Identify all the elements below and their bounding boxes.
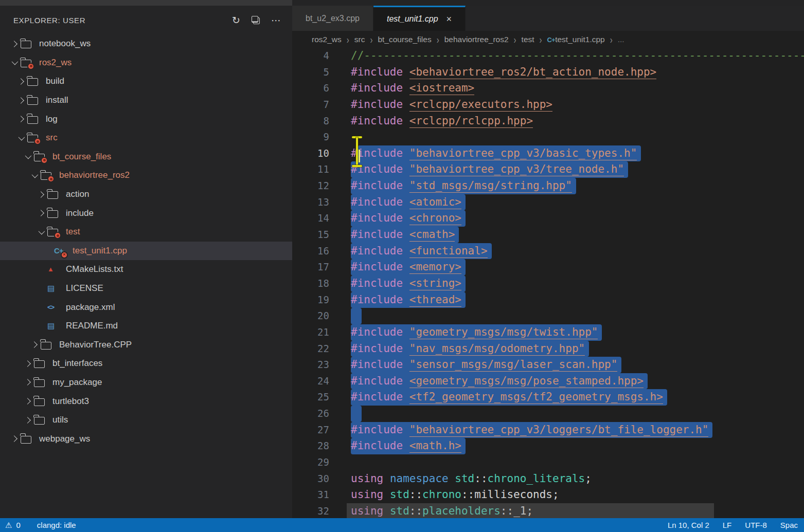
code-line-6[interactable]: 6#include <iostream>: [292, 80, 804, 97]
breadcrumb-item[interactable]: bt_course_files: [378, 35, 431, 44]
tab-bar: bt_u2_ex3.cpptest_unit1.cpp×: [292, 6, 804, 31]
code-line-30[interactable]: 30using namespace std::chrono_literals;: [292, 471, 804, 487]
warning-count[interactable]: 0: [16, 521, 20, 529]
line-number: 22: [292, 341, 329, 357]
more-actions-icon[interactable]: ⋯: [271, 15, 281, 25]
line-number: 10: [292, 145, 329, 162]
tree-item-build[interactable]: build: [0, 72, 292, 91]
tree-item-label: include: [66, 208, 94, 218]
tree-item-ros2-ws[interactable]: ros2_ws: [0, 53, 292, 72]
tree-item-cmakelists-txt[interactable]: ▲CMakeLists.txt: [0, 260, 292, 279]
tab-bt-u2-ex3-cpp[interactable]: bt_u2_ex3.cpp: [292, 6, 373, 31]
line-number: 7: [292, 97, 329, 113]
tree-item-package-xml[interactable]: <>package.xml: [0, 298, 292, 317]
tree-item-label: CMakeLists.txt: [66, 264, 123, 274]
tree-item-action[interactable]: action: [0, 185, 292, 204]
chevron-right-icon: [24, 379, 31, 386]
tree-item-include[interactable]: include: [0, 204, 292, 223]
tree-item-src[interactable]: src: [0, 129, 292, 148]
line-number: 15: [292, 227, 329, 243]
breadcrumb-item[interactable]: ros2_ws: [312, 35, 342, 44]
folder-icon: [21, 41, 31, 48]
tree-item-webpage-ws[interactable]: webpage_ws: [0, 429, 292, 448]
tree-item-test[interactable]: test: [0, 223, 292, 242]
tab-test-unit1-cpp[interactable]: test_unit1.cpp×: [373, 6, 466, 31]
folder-icon: [21, 436, 31, 444]
code-line-18[interactable]: 18#include <string>: [292, 276, 804, 292]
close-icon[interactable]: ×: [446, 14, 452, 25]
text-caret: [359, 150, 360, 162]
horizontal-scrollbar[interactable]: [347, 503, 714, 518]
tree-item-behaviortree-ros2[interactable]: behaviortree_ros2: [0, 166, 292, 185]
status-item-ln-10-col-2[interactable]: Ln 10, Col 2: [668, 521, 709, 529]
tree-item-label: test: [66, 227, 80, 237]
code-line-8[interactable]: 8#include <rclcpp/rclcpp.hpp>: [292, 113, 804, 130]
breadcrumb-item[interactable]: C+ test_unit1.cpp: [547, 35, 605, 44]
tree-item-label: test_unit1.cpp: [73, 246, 127, 256]
tree-item-bt-interfaces[interactable]: bt_interfaces: [0, 354, 292, 373]
tree-item-bt-course-files[interactable]: bt_course_files: [0, 148, 292, 167]
code-line-21[interactable]: 21#include "geometry_msgs/msg/twist.hpp": [292, 324, 804, 341]
line-number: 25: [292, 389, 329, 406]
breadcrumb-item[interactable]: src: [354, 35, 365, 44]
chevron-down-icon: [31, 172, 38, 178]
status-item-lf[interactable]: LF: [723, 521, 732, 529]
line-number: 9: [292, 129, 329, 145]
tree-item-readme-md[interactable]: ▤README.md: [0, 317, 292, 336]
code-line-14[interactable]: 14#include <chrono>: [292, 210, 804, 227]
code-line-12[interactable]: 12#include "std_msgs/msg/string.hpp": [292, 178, 804, 194]
selection-highlight: [351, 308, 362, 324]
tree-item-label: build: [46, 76, 64, 86]
breadcrumb-item[interactable]: behaviortree_ros2: [444, 35, 509, 44]
breadcrumb-separator-icon: ›: [514, 33, 516, 45]
code-line-10[interactable]: 10#include "behaviortree_cpp_v3/basic_ty…: [292, 145, 804, 162]
code-line-7[interactable]: 7#include <rclcpp/executors.hpp>: [292, 97, 804, 113]
status-item-spac[interactable]: Spac: [780, 521, 798, 529]
code-line-16[interactable]: 16#include <functional>: [292, 243, 804, 260]
code-line-13[interactable]: 13#include <atomic>: [292, 194, 804, 211]
clangd-status[interactable]: clangd: idle: [37, 521, 76, 529]
collapse-folders-icon[interactable]: [252, 16, 260, 24]
code-line-22[interactable]: 22#include "nav_msgs/msg/odometry.hpp": [292, 341, 804, 357]
tree-item-notebook-ws[interactable]: notebook_ws: [0, 34, 292, 53]
code-line-25[interactable]: 25#include <tf2_geometry_msgs/tf2_geomet…: [292, 389, 804, 406]
breadcrumb-item[interactable]: ...: [618, 35, 624, 44]
code-line-28[interactable]: 28#include <math.h>: [292, 438, 804, 454]
code-line-31[interactable]: 31using std::chrono::milliseconds;: [292, 487, 804, 503]
code-line-23[interactable]: 23#include "sensor_msgs/msg/laser_scan.h…: [292, 357, 804, 373]
folder-icon: [41, 342, 51, 350]
code-editor[interactable]: 4//-------------------------------------…: [292, 48, 804, 518]
code-line-9[interactable]: 9: [292, 129, 804, 145]
chevron-right-icon: [24, 398, 31, 405]
tree-item-turtlebot3[interactable]: turtlebot3: [0, 392, 292, 411]
explorer-title: EXPLORER: USER: [13, 16, 85, 25]
code-line-17[interactable]: 17#include <memory>: [292, 259, 804, 276]
tree-item-test-unit1-cpp[interactable]: C+×test_unit1.cpp: [0, 242, 292, 261]
tree-item-label: bt_course_files: [52, 152, 111, 162]
code-line-24[interactable]: 24#include <geometry_msgs/msg/pose_stamp…: [292, 373, 804, 390]
code-line-20[interactable]: 20: [292, 308, 804, 324]
tree-item-utils[interactable]: utils: [0, 411, 292, 430]
tree-item-install[interactable]: install: [0, 91, 292, 110]
code-line-29[interactable]: 29: [292, 454, 804, 471]
tree-item-behaviortree-cpp[interactable]: BehaviorTree.CPP: [0, 336, 292, 355]
warning-icon[interactable]: ⚠: [5, 521, 12, 530]
code-line-19[interactable]: 19#include <thread>: [292, 292, 804, 308]
code-line-4[interactable]: 4//-------------------------------------…: [292, 48, 804, 64]
breadcrumb-separator-icon: ›: [610, 33, 613, 45]
code-line-27[interactable]: 27#include "behaviortree_cpp_v3/loggers/…: [292, 422, 804, 438]
tree-item-label: install: [46, 95, 68, 105]
line-number: 19: [292, 292, 329, 308]
chevron-right-icon: [24, 417, 31, 424]
tree-item-label: my_package: [52, 377, 102, 388]
tree-item-license[interactable]: ▤LICENSE: [0, 279, 292, 298]
code-line-5[interactable]: 5#include <behaviortree_ros2/bt_action_n…: [292, 64, 804, 81]
code-line-11[interactable]: 11#include "behaviortree_cpp_v3/tree_nod…: [292, 161, 804, 178]
code-line-26[interactable]: 26: [292, 406, 804, 422]
refresh-explorer-icon[interactable]: ↻: [232, 15, 240, 25]
status-item-utf-8[interactable]: UTF-8: [745, 521, 767, 529]
breadcrumb-item[interactable]: test: [522, 35, 534, 44]
code-line-15[interactable]: 15#include <cmath>: [292, 227, 804, 243]
tree-item-log[interactable]: log: [0, 109, 292, 129]
tree-item-my-package[interactable]: my_package: [0, 373, 292, 392]
